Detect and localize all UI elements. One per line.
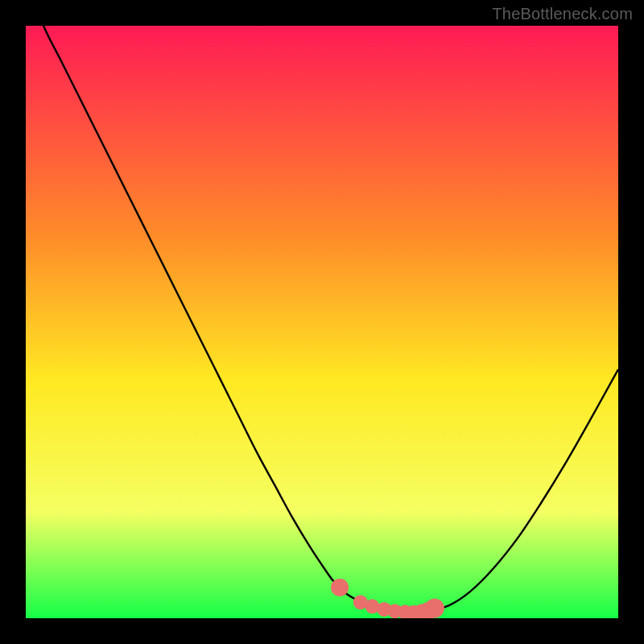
bottleneck-chart: TheBottleneck.com bbox=[0, 0, 644, 644]
optimal-marker bbox=[425, 598, 444, 617]
optimal-marker bbox=[331, 579, 349, 597]
chart-svg bbox=[0, 0, 644, 644]
plot-area bbox=[26, 26, 618, 618]
watermark-text: TheBottleneck.com bbox=[492, 5, 633, 23]
